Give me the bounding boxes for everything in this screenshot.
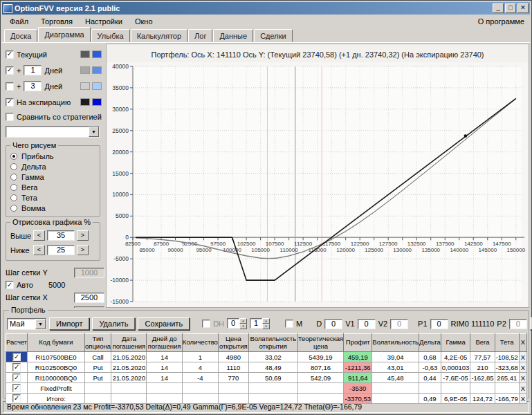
sko-input[interactable]: -2 <box>74 306 104 308</box>
tab-6[interactable]: Сделки <box>254 29 293 42</box>
radio-icon[interactable] <box>10 153 17 160</box>
draw-option-3[interactable]: Вега <box>10 183 97 192</box>
column-header-0[interactable]: Расчет <box>6 334 28 352</box>
increase-button[interactable]: > <box>77 245 89 255</box>
color-swatch[interactable] <box>80 82 90 90</box>
curve-checkbox-3[interactable] <box>6 98 14 107</box>
row-calc-checkbox[interactable] <box>12 394 21 403</box>
color-swatch[interactable] <box>80 98 90 106</box>
d-input[interactable]: 0 <box>324 319 342 329</box>
draw-option-1[interactable]: Дельта <box>10 162 97 172</box>
tab-4[interactable]: Лог <box>188 29 212 42</box>
grid-x-input[interactable]: 2500 <box>74 293 104 303</box>
dh-checkbox[interactable] <box>202 320 210 328</box>
render-pct-value-1[interactable]: 25 <box>47 245 75 255</box>
dh-spinner-1[interactable]: 0 ▲▼ <box>227 318 247 329</box>
draw-option-5[interactable]: Вомма <box>10 203 97 213</box>
m-checkbox[interactable] <box>285 320 293 328</box>
save-button[interactable]: Сохранить <box>138 317 190 330</box>
profit-chart[interactable]: 4000035000300002500020000150001000050000… <box>107 62 529 308</box>
column-header-15[interactable]: X <box>519 334 526 352</box>
column-header-2[interactable]: Тип опциона <box>84 334 111 352</box>
v2-input[interactable]: 0 <box>390 319 408 329</box>
color-swatch[interactable] <box>80 50 90 58</box>
draw-option-2[interactable]: Гамма <box>10 172 97 182</box>
row-delete-button[interactable]: X <box>519 362 526 373</box>
column-header-7[interactable]: Волатильность открытия <box>248 334 297 352</box>
color-swatch[interactable] <box>92 66 102 74</box>
p2-input[interactable]: 0 <box>509 319 527 329</box>
radio-icon[interactable] <box>10 174 17 181</box>
menu-item-about[interactable]: О программе <box>474 16 529 27</box>
curve-checkbox-1[interactable] <box>6 66 14 75</box>
color-swatch[interactable] <box>92 98 102 106</box>
column-header-4[interactable]: Дней до погашения <box>147 334 182 352</box>
spinner-up-icon[interactable]: ▲ <box>239 318 247 324</box>
curve-checkbox-2[interactable] <box>6 82 14 91</box>
column-header-14[interactable]: Тета <box>495 334 519 352</box>
menu-item-3[interactable]: Окно <box>129 16 159 27</box>
color-swatch[interactable] <box>92 50 102 58</box>
menu-item-1[interactable]: Торговля <box>35 16 79 27</box>
column-header-11[interactable]: Дельта <box>419 334 441 352</box>
tab-3[interactable]: Калькулятор <box>131 29 187 42</box>
color-swatch[interactable] <box>92 82 102 90</box>
tab-1[interactable]: Диаграмма <box>38 27 90 42</box>
column-header-6[interactable]: Цена открытия <box>218 334 248 352</box>
row-calc-checkbox[interactable] <box>12 374 21 382</box>
tab-0[interactable]: Доска <box>4 29 37 42</box>
tab-5[interactable]: Данные <box>213 29 253 42</box>
chevron-down-icon[interactable] <box>89 127 99 137</box>
row-calc-checkbox[interactable] <box>12 384 21 392</box>
minimize-button[interactable]: _ <box>493 3 504 13</box>
draw-option-0[interactable]: Прибыль <box>10 151 97 161</box>
auto-checkbox[interactable] <box>6 281 14 289</box>
row-delete-button[interactable]: X <box>519 373 526 383</box>
close-button[interactable]: ✕ <box>517 3 529 13</box>
month-dropdown[interactable]: Май <box>7 318 46 330</box>
row-delete-button[interactable]: X <box>519 383 526 394</box>
column-header-1[interactable]: Код бумаги <box>28 334 84 352</box>
curve-days-input-1[interactable]: 1 <box>24 65 42 75</box>
v1-input[interactable]: 0 <box>358 319 376 329</box>
spinner-down-icon[interactable]: ▼ <box>262 324 270 329</box>
spinner-up-icon[interactable]: ▲ <box>262 318 270 324</box>
draw-option-4[interactable]: Тета <box>10 193 97 203</box>
row-delete-button[interactable]: X <box>519 352 526 362</box>
column-header-5[interactable]: Количество <box>182 334 218 352</box>
column-header-12[interactable]: Гамма <box>441 334 470 352</box>
chevron-down-icon[interactable] <box>35 319 46 329</box>
column-header-13[interactable]: Вега <box>470 334 495 352</box>
column-header-10[interactable]: Волатильность <box>372 334 419 352</box>
curve-checkbox-0[interactable] <box>6 50 14 59</box>
increase-button[interactable]: > <box>77 230 89 241</box>
curve-days-input-2[interactable]: 3 <box>24 81 42 91</box>
decrease-button[interactable]: < <box>33 245 45 255</box>
decrease-button[interactable]: < <box>33 230 45 241</box>
column-header-8[interactable]: Теоретическая цена <box>297 334 344 352</box>
tab-2[interactable]: Улыбка <box>91 29 130 42</box>
row-delete-button[interactable]: X <box>519 394 526 404</box>
delete-button[interactable]: Удалить <box>92 317 135 330</box>
render-pct-value-0[interactable]: 35 <box>47 230 75 241</box>
radio-icon[interactable] <box>10 205 17 212</box>
compare-strategy-checkbox[interactable] <box>6 113 14 121</box>
p1-input[interactable]: 0 <box>430 319 448 329</box>
radio-icon[interactable] <box>10 194 17 201</box>
row-calc-checkbox[interactable] <box>12 363 21 371</box>
column-header-9[interactable]: Профит <box>344 334 372 352</box>
import-button[interactable]: Импорт <box>49 317 89 330</box>
row-calc-checkbox[interactable] <box>12 353 21 361</box>
dh-spinner-2[interactable]: 1 ▲▼ <box>250 318 270 329</box>
maximize-button[interactable]: □ <box>505 3 516 13</box>
column-header-3[interactable]: Дата погашения <box>111 334 147 352</box>
spinner-down-icon[interactable]: ▼ <box>239 324 247 329</box>
radio-icon[interactable] <box>10 184 17 191</box>
color-swatch[interactable] <box>80 66 90 74</box>
menu-item-0[interactable]: Файл <box>3 16 35 27</box>
grid-y-input[interactable]: 1000 <box>74 268 104 278</box>
strategy-dropdown[interactable] <box>6 126 100 138</box>
radio-icon[interactable] <box>10 163 17 170</box>
menu-item-2[interactable]: Настройки <box>79 16 129 27</box>
svg-text:145000: 145000 <box>478 247 497 253</box>
